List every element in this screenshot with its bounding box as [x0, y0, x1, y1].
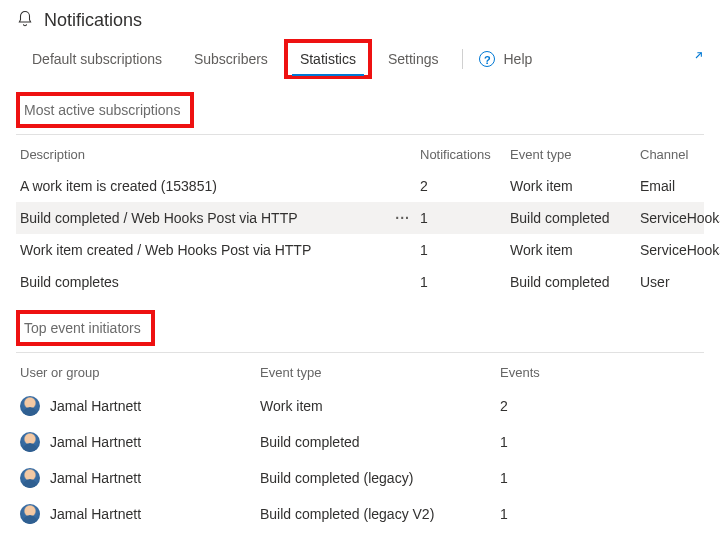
col-user-or-group[interactable]: User or group: [20, 365, 260, 380]
help-label: Help: [503, 51, 532, 67]
table-row[interactable]: A work item is created (153851)··· 2 Wor…: [16, 170, 704, 202]
avatar: [20, 468, 40, 488]
section-top-initiators-title: Top event initiators: [16, 310, 155, 346]
tab-settings[interactable]: Settings: [372, 39, 455, 79]
tab-statistics[interactable]: Statistics: [284, 39, 372, 79]
cell-description: Work item created / Web Hooks Post via H…: [20, 242, 385, 258]
table-header-row: User or group Event type Events: [16, 357, 704, 388]
cell-notifications: 2: [420, 178, 510, 194]
cell-notifications: 1: [420, 210, 510, 226]
cell-user: Jamal Hartnett: [50, 434, 141, 450]
separator: [462, 49, 463, 69]
most-active-subscriptions-table: Description Notifications Event type Cha…: [16, 139, 704, 298]
cell-user: Jamal Hartnett: [50, 470, 141, 486]
col-events[interactable]: Events: [500, 365, 700, 380]
cell-channel: Email: [640, 178, 700, 194]
table-header-row: Description Notifications Event type Cha…: [16, 139, 704, 170]
cell-event-type: Build completed: [510, 210, 640, 226]
cell-event-type: Build completed: [510, 274, 640, 290]
tab-default-subscriptions[interactable]: Default subscriptions: [16, 39, 178, 79]
cell-channel: ServiceHooks: [640, 210, 720, 226]
cell-description: A work item is created (153851): [20, 178, 385, 194]
cell-events: 1: [500, 434, 700, 450]
top-event-initiators-table: User or group Event type Events Jamal Ha…: [16, 357, 704, 532]
cell-events: 1: [500, 506, 700, 522]
cell-user: Jamal Hartnett: [50, 398, 141, 414]
cell-events: 1: [500, 470, 700, 486]
table-row[interactable]: Jamal Hartnett Build completed (legacy V…: [16, 496, 704, 532]
cell-notifications: 1: [420, 274, 510, 290]
cell-event-type: Build completed (legacy): [260, 470, 500, 486]
avatar: [20, 432, 40, 452]
col-notifications[interactable]: Notifications: [420, 147, 510, 162]
avatar: [20, 504, 40, 524]
cell-event-type: Work item: [510, 242, 640, 258]
table-row[interactable]: Build completes··· 1 Build completed Use…: [16, 266, 704, 298]
cell-event-type: Work item: [260, 398, 500, 414]
divider: [16, 134, 704, 135]
expand-icon[interactable]: [688, 50, 704, 69]
cell-events: 2: [500, 398, 700, 414]
page-header: Notifications: [16, 10, 704, 31]
cell-channel: ServiceHooks: [640, 242, 720, 258]
table-row[interactable]: Build completed / Web Hooks Post via HTT…: [16, 202, 704, 234]
more-icon[interactable]: ···: [385, 210, 420, 226]
cell-event-type: Work item: [510, 178, 640, 194]
divider: [16, 352, 704, 353]
table-row[interactable]: Jamal Hartnett Build completed 1: [16, 424, 704, 460]
col-event-type[interactable]: Event type: [260, 365, 500, 380]
cell-event-type: Build completed: [260, 434, 500, 450]
col-channel[interactable]: Channel: [640, 147, 700, 162]
section-most-active-title: Most active subscriptions: [16, 92, 194, 128]
cell-notifications: 1: [420, 242, 510, 258]
cell-event-type: Build completed (legacy V2): [260, 506, 500, 522]
tab-subscribers[interactable]: Subscribers: [178, 39, 284, 79]
col-description[interactable]: Description: [20, 147, 420, 162]
cell-description: Build completed / Web Hooks Post via HTT…: [20, 210, 385, 226]
help-link[interactable]: ? Help: [471, 43, 540, 75]
col-event-type[interactable]: Event type: [510, 147, 640, 162]
table-row[interactable]: Jamal Hartnett Work item 2: [16, 388, 704, 424]
tab-bar: Default subscriptions Subscribers Statis…: [16, 39, 704, 80]
cell-user: Jamal Hartnett: [50, 506, 141, 522]
cell-description: Build completes: [20, 274, 385, 290]
table-row[interactable]: Work item created / Web Hooks Post via H…: [16, 234, 704, 266]
help-icon: ?: [479, 51, 495, 67]
avatar: [20, 396, 40, 416]
page-title: Notifications: [44, 10, 142, 31]
table-row[interactable]: Jamal Hartnett Build completed (legacy) …: [16, 460, 704, 496]
bell-icon: [16, 10, 34, 31]
cell-channel: User: [640, 274, 700, 290]
